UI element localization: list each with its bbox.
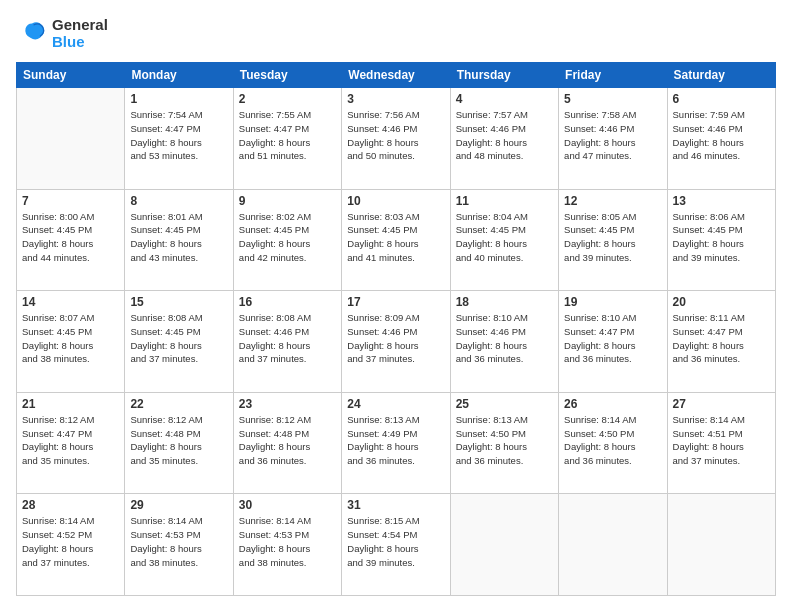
day-header-thursday: Thursday bbox=[450, 63, 558, 88]
day-info: Sunrise: 8:12 AM Sunset: 4:48 PM Dayligh… bbox=[239, 413, 336, 468]
day-number: 4 bbox=[456, 92, 553, 106]
calendar-cell: 26Sunrise: 8:14 AM Sunset: 4:50 PM Dayli… bbox=[559, 392, 667, 494]
day-number: 5 bbox=[564, 92, 661, 106]
day-number: 28 bbox=[22, 498, 119, 512]
calendar-cell: 22Sunrise: 8:12 AM Sunset: 4:48 PM Dayli… bbox=[125, 392, 233, 494]
day-number: 26 bbox=[564, 397, 661, 411]
calendar-cell: 19Sunrise: 8:10 AM Sunset: 4:47 PM Dayli… bbox=[559, 291, 667, 393]
day-info: Sunrise: 8:11 AM Sunset: 4:47 PM Dayligh… bbox=[673, 311, 770, 366]
calendar-cell: 4Sunrise: 7:57 AM Sunset: 4:46 PM Daylig… bbox=[450, 88, 558, 190]
day-info: Sunrise: 8:01 AM Sunset: 4:45 PM Dayligh… bbox=[130, 210, 227, 265]
calendar-cell bbox=[667, 494, 775, 596]
day-number: 8 bbox=[130, 194, 227, 208]
day-info: Sunrise: 8:04 AM Sunset: 4:45 PM Dayligh… bbox=[456, 210, 553, 265]
day-info: Sunrise: 7:57 AM Sunset: 4:46 PM Dayligh… bbox=[456, 108, 553, 163]
day-number: 7 bbox=[22, 194, 119, 208]
week-row-3: 21Sunrise: 8:12 AM Sunset: 4:47 PM Dayli… bbox=[17, 392, 776, 494]
day-info: Sunrise: 7:55 AM Sunset: 4:47 PM Dayligh… bbox=[239, 108, 336, 163]
day-info: Sunrise: 8:00 AM Sunset: 4:45 PM Dayligh… bbox=[22, 210, 119, 265]
calendar-cell: 15Sunrise: 8:08 AM Sunset: 4:45 PM Dayli… bbox=[125, 291, 233, 393]
day-info: Sunrise: 8:09 AM Sunset: 4:46 PM Dayligh… bbox=[347, 311, 444, 366]
day-info: Sunrise: 7:56 AM Sunset: 4:46 PM Dayligh… bbox=[347, 108, 444, 163]
day-number: 1 bbox=[130, 92, 227, 106]
calendar-cell: 17Sunrise: 8:09 AM Sunset: 4:46 PM Dayli… bbox=[342, 291, 450, 393]
day-info: Sunrise: 8:05 AM Sunset: 4:45 PM Dayligh… bbox=[564, 210, 661, 265]
calendar-cell: 9Sunrise: 8:02 AM Sunset: 4:45 PM Daylig… bbox=[233, 189, 341, 291]
day-info: Sunrise: 8:14 AM Sunset: 4:52 PM Dayligh… bbox=[22, 514, 119, 569]
week-row-2: 14Sunrise: 8:07 AM Sunset: 4:45 PM Dayli… bbox=[17, 291, 776, 393]
day-info: Sunrise: 8:08 AM Sunset: 4:46 PM Dayligh… bbox=[239, 311, 336, 366]
calendar-cell: 21Sunrise: 8:12 AM Sunset: 4:47 PM Dayli… bbox=[17, 392, 125, 494]
day-number: 31 bbox=[347, 498, 444, 512]
calendar-cell: 18Sunrise: 8:10 AM Sunset: 4:46 PM Dayli… bbox=[450, 291, 558, 393]
day-number: 19 bbox=[564, 295, 661, 309]
calendar-cell bbox=[559, 494, 667, 596]
calendar-cell: 14Sunrise: 8:07 AM Sunset: 4:45 PM Dayli… bbox=[17, 291, 125, 393]
day-info: Sunrise: 8:08 AM Sunset: 4:45 PM Dayligh… bbox=[130, 311, 227, 366]
day-number: 24 bbox=[347, 397, 444, 411]
week-row-4: 28Sunrise: 8:14 AM Sunset: 4:52 PM Dayli… bbox=[17, 494, 776, 596]
calendar-cell bbox=[450, 494, 558, 596]
day-header-tuesday: Tuesday bbox=[233, 63, 341, 88]
day-number: 2 bbox=[239, 92, 336, 106]
day-info: Sunrise: 8:12 AM Sunset: 4:47 PM Dayligh… bbox=[22, 413, 119, 468]
day-number: 23 bbox=[239, 397, 336, 411]
day-number: 15 bbox=[130, 295, 227, 309]
day-info: Sunrise: 8:10 AM Sunset: 4:46 PM Dayligh… bbox=[456, 311, 553, 366]
calendar-cell: 31Sunrise: 8:15 AM Sunset: 4:54 PM Dayli… bbox=[342, 494, 450, 596]
calendar-cell: 27Sunrise: 8:14 AM Sunset: 4:51 PM Dayli… bbox=[667, 392, 775, 494]
calendar-cell: 20Sunrise: 8:11 AM Sunset: 4:47 PM Dayli… bbox=[667, 291, 775, 393]
calendar-cell: 5Sunrise: 7:58 AM Sunset: 4:46 PM Daylig… bbox=[559, 88, 667, 190]
day-info: Sunrise: 8:14 AM Sunset: 4:50 PM Dayligh… bbox=[564, 413, 661, 468]
day-info: Sunrise: 8:02 AM Sunset: 4:45 PM Dayligh… bbox=[239, 210, 336, 265]
day-number: 16 bbox=[239, 295, 336, 309]
calendar-cell: 25Sunrise: 8:13 AM Sunset: 4:50 PM Dayli… bbox=[450, 392, 558, 494]
day-info: Sunrise: 8:14 AM Sunset: 4:53 PM Dayligh… bbox=[239, 514, 336, 569]
calendar-header-row: SundayMondayTuesdayWednesdayThursdayFrid… bbox=[17, 63, 776, 88]
logo-icon bbox=[16, 17, 48, 49]
calendar-cell: 1Sunrise: 7:54 AM Sunset: 4:47 PM Daylig… bbox=[125, 88, 233, 190]
calendar-cell: 2Sunrise: 7:55 AM Sunset: 4:47 PM Daylig… bbox=[233, 88, 341, 190]
week-row-0: 1Sunrise: 7:54 AM Sunset: 4:47 PM Daylig… bbox=[17, 88, 776, 190]
day-number: 13 bbox=[673, 194, 770, 208]
day-number: 18 bbox=[456, 295, 553, 309]
day-info: Sunrise: 8:14 AM Sunset: 4:51 PM Dayligh… bbox=[673, 413, 770, 468]
calendar-table: SundayMondayTuesdayWednesdayThursdayFrid… bbox=[16, 62, 776, 596]
day-info: Sunrise: 8:03 AM Sunset: 4:45 PM Dayligh… bbox=[347, 210, 444, 265]
day-info: Sunrise: 7:54 AM Sunset: 4:47 PM Dayligh… bbox=[130, 108, 227, 163]
day-number: 3 bbox=[347, 92, 444, 106]
calendar-cell: 12Sunrise: 8:05 AM Sunset: 4:45 PM Dayli… bbox=[559, 189, 667, 291]
calendar-cell: 6Sunrise: 7:59 AM Sunset: 4:46 PM Daylig… bbox=[667, 88, 775, 190]
day-number: 10 bbox=[347, 194, 444, 208]
header: General Blue bbox=[16, 16, 776, 50]
page: General Blue SundayMondayTuesdayWednesda… bbox=[0, 0, 792, 612]
day-info: Sunrise: 8:13 AM Sunset: 4:50 PM Dayligh… bbox=[456, 413, 553, 468]
calendar-cell: 10Sunrise: 8:03 AM Sunset: 4:45 PM Dayli… bbox=[342, 189, 450, 291]
day-number: 29 bbox=[130, 498, 227, 512]
calendar-cell: 13Sunrise: 8:06 AM Sunset: 4:45 PM Dayli… bbox=[667, 189, 775, 291]
day-info: Sunrise: 7:58 AM Sunset: 4:46 PM Dayligh… bbox=[564, 108, 661, 163]
day-header-saturday: Saturday bbox=[667, 63, 775, 88]
day-number: 17 bbox=[347, 295, 444, 309]
day-header-wednesday: Wednesday bbox=[342, 63, 450, 88]
day-number: 12 bbox=[564, 194, 661, 208]
day-header-monday: Monday bbox=[125, 63, 233, 88]
day-info: Sunrise: 7:59 AM Sunset: 4:46 PM Dayligh… bbox=[673, 108, 770, 163]
calendar-cell: 28Sunrise: 8:14 AM Sunset: 4:52 PM Dayli… bbox=[17, 494, 125, 596]
calendar-cell: 7Sunrise: 8:00 AM Sunset: 4:45 PM Daylig… bbox=[17, 189, 125, 291]
day-number: 11 bbox=[456, 194, 553, 208]
calendar-cell: 30Sunrise: 8:14 AM Sunset: 4:53 PM Dayli… bbox=[233, 494, 341, 596]
calendar-cell: 29Sunrise: 8:14 AM Sunset: 4:53 PM Dayli… bbox=[125, 494, 233, 596]
calendar-cell: 11Sunrise: 8:04 AM Sunset: 4:45 PM Dayli… bbox=[450, 189, 558, 291]
day-number: 20 bbox=[673, 295, 770, 309]
day-info: Sunrise: 8:06 AM Sunset: 4:45 PM Dayligh… bbox=[673, 210, 770, 265]
day-number: 30 bbox=[239, 498, 336, 512]
day-info: Sunrise: 8:10 AM Sunset: 4:47 PM Dayligh… bbox=[564, 311, 661, 366]
day-header-sunday: Sunday bbox=[17, 63, 125, 88]
calendar-cell: 24Sunrise: 8:13 AM Sunset: 4:49 PM Dayli… bbox=[342, 392, 450, 494]
day-number: 21 bbox=[22, 397, 119, 411]
day-number: 9 bbox=[239, 194, 336, 208]
day-info: Sunrise: 8:14 AM Sunset: 4:53 PM Dayligh… bbox=[130, 514, 227, 569]
week-row-1: 7Sunrise: 8:00 AM Sunset: 4:45 PM Daylig… bbox=[17, 189, 776, 291]
day-info: Sunrise: 8:13 AM Sunset: 4:49 PM Dayligh… bbox=[347, 413, 444, 468]
